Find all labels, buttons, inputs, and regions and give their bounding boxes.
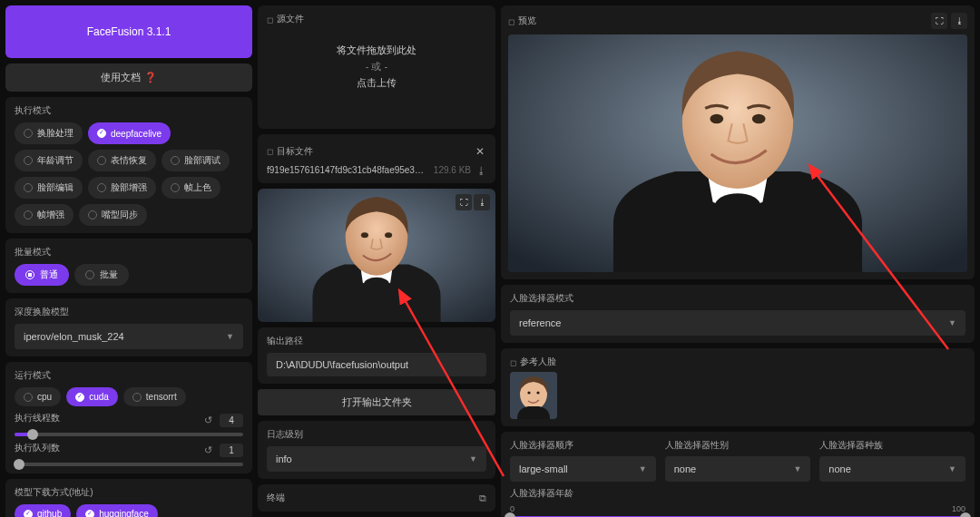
radio-icon [25, 270, 34, 279]
chip-deepfacelive[interactable]: deepfacelive [88, 122, 171, 144]
target-panel: 目标文件 ✕ f919e157616147fd9c31cb48fae95e3b.… [258, 134, 495, 183]
face-selector-mode-panel: 人脸选择器模式 reference ▼ [501, 285, 975, 343]
chip-github[interactable]: github [15, 504, 71, 517]
svg-point-4 [385, 232, 392, 238]
threads-value[interactable]: 4 [220, 414, 243, 427]
face-selector-mode-label: 人脸选择器模式 [510, 292, 965, 305]
checkbox-icon [24, 156, 33, 165]
terminal-label: 终端 [267, 492, 285, 504]
exec-mode-label: 执行模式 [15, 104, 243, 117]
target-label: 目标文件 [267, 145, 313, 158]
chevron-down-icon: ▼ [639, 464, 647, 473]
checkbox-icon [132, 393, 142, 402]
queue-label: 执行队列数 [15, 442, 197, 454]
chip-face-swap[interactable]: 换脸处理 [15, 122, 83, 144]
queue-slider[interactable] [15, 463, 243, 466]
download-label: 模型下载方式(地址) [15, 486, 243, 499]
chevron-down-icon: ▼ [948, 464, 956, 473]
source-dropzone[interactable]: 源文件 将文件拖放到此处 - 或 - 点击上传 [258, 5, 495, 129]
log-level-label: 日志级别 [267, 428, 486, 441]
docs-button[interactable]: 使用文档 ❓ [5, 63, 252, 92]
fullscreen-icon[interactable]: ⛶ [456, 194, 472, 210]
chevron-down-icon: ▼ [793, 464, 801, 473]
chip-face-debug[interactable]: 脸部调试 [162, 150, 230, 171]
face-gender-select[interactable]: none▼ [665, 456, 811, 482]
reference-face-panel: 参考人脸 [501, 348, 975, 426]
batch-mode-label: 批量模式 [15, 246, 243, 258]
checkbox-icon [75, 393, 84, 402]
radio-batch[interactable]: 批量 [74, 264, 129, 286]
output-path-panel: 输出路径 D:\AI\DUDU\facefusion\output [258, 327, 495, 384]
face-race-select[interactable]: none▼ [819, 456, 965, 482]
checkbox-icon [85, 510, 94, 518]
svg-point-6 [715, 193, 761, 218]
run-mode-label: 运行模式 [15, 369, 243, 382]
preview-panel: 预览 ⛶ ⭳ [501, 5, 975, 279]
image-icon [508, 16, 514, 26]
model-panel: 深度换脸模型 iperov/elon_musk_224 ▼ [5, 298, 252, 356]
chip-frame-enhance[interactable]: 帧增强 [15, 204, 74, 226]
chip-huggingface[interactable]: huggingface [76, 504, 158, 517]
preview-label: 预览 [508, 15, 536, 27]
svg-point-13 [536, 391, 539, 394]
face-order-label: 人脸选择器顺序 [510, 439, 656, 452]
chip-expression[interactable]: 表情恢复 [88, 150, 156, 171]
chevron-down-icon: ▼ [226, 332, 234, 341]
batch-mode-panel: 批量模式 普通 批量 [5, 239, 252, 293]
reset-icon[interactable]: ↺ [204, 415, 212, 426]
checkbox-icon [171, 183, 180, 192]
output-path-label: 输出路径 [267, 335, 486, 347]
reset-icon[interactable]: ↺ [204, 444, 212, 456]
svg-point-8 [710, 114, 723, 124]
chevron-down-icon: ▼ [469, 454, 477, 463]
copy-icon[interactable]: ⧉ [479, 493, 486, 504]
app-title-button[interactable]: FaceFusion 3.1.1 [5, 5, 252, 58]
close-icon[interactable]: ✕ [474, 145, 486, 158]
chip-face-enhance[interactable]: 脸部增强 [88, 177, 156, 199]
threads-slider[interactable] [15, 433, 243, 436]
queue-value[interactable]: 1 [220, 444, 243, 457]
log-level-select[interactable]: info ▼ [267, 446, 486, 472]
log-level-panel: 日志级别 info ▼ [258, 421, 495, 479]
radio-icon [85, 270, 94, 279]
chip-face-edit[interactable]: 脸部编辑 [15, 177, 83, 199]
reference-face-thumb[interactable] [510, 372, 557, 419]
download-panel: 模型下载方式(地址) github huggingface [5, 479, 252, 517]
source-label: 源文件 [267, 13, 304, 25]
download-icon[interactable]: ⭳ [476, 165, 486, 176]
terminal-panel: 终端 ⧉ [258, 484, 495, 512]
chip-tensorrt[interactable]: tensorrt [123, 387, 186, 406]
chip-age[interactable]: 年龄调节 [15, 150, 83, 171]
output-path-input[interactable]: D:\AI\DUDU\facefusion\output [267, 353, 486, 376]
checkbox-icon [97, 183, 106, 192]
checkbox-icon [88, 210, 97, 219]
checkbox-icon [171, 156, 180, 165]
face-order-select[interactable]: large-small▼ [510, 456, 656, 482]
chip-cuda[interactable]: cuda [66, 387, 118, 406]
file-icon [267, 146, 273, 156]
face-selector-mode-select[interactable]: reference ▼ [510, 310, 965, 336]
checkbox-icon [24, 393, 33, 402]
fullscreen-icon[interactable]: ⛶ [931, 13, 947, 29]
download-icon[interactable]: ⭳ [951, 13, 967, 29]
svg-point-12 [527, 391, 530, 394]
chevron-down-icon: ▼ [948, 318, 956, 327]
radio-normal[interactable]: 普通 [15, 264, 69, 286]
target-filename: f919e157616147fd9c31cb48fae95e3b... .jpe… [267, 165, 428, 175]
download-icon[interactable]: ⭳ [474, 194, 490, 210]
svg-point-1 [364, 278, 389, 292]
target-image[interactable]: ⛶ ⭳ [258, 189, 495, 322]
reference-face-label: 参考人脸 [510, 356, 965, 368]
chip-lip-sync[interactable]: 嘴型同步 [79, 204, 147, 226]
checkbox-icon [24, 210, 33, 219]
face-filters-panel: 人脸选择器顺序 large-small▼ 人脸选择器性别 none▼ 人脸选择器… [501, 432, 975, 517]
chip-cpu[interactable]: cpu [15, 387, 61, 406]
file-icon [267, 15, 273, 24]
face-race-label: 人脸选择器种族 [819, 439, 965, 452]
threads-label: 执行线程数 [15, 412, 197, 424]
target-filesize: 129.6 KB [434, 165, 471, 175]
open-output-button[interactable]: 打开输出文件夹 [258, 389, 495, 415]
chip-frame-color[interactable]: 帧上色 [162, 177, 220, 199]
model-select[interactable]: iperov/elon_musk_224 ▼ [15, 324, 243, 349]
preview-image[interactable] [508, 34, 967, 272]
